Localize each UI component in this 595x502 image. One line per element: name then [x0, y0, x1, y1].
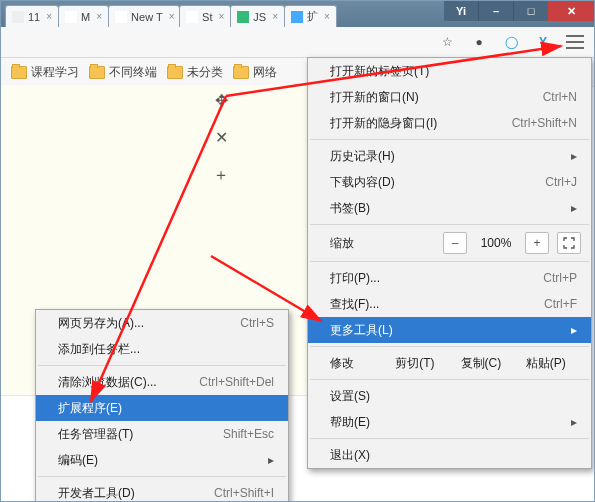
- hamburger-icon: [566, 35, 584, 49]
- submenu-task-manager[interactable]: 任务管理器(T)Shift+Esc: [36, 421, 288, 447]
- zoom-in-button[interactable]: +: [525, 232, 549, 254]
- tab[interactable]: 11×: [5, 5, 59, 27]
- bookmark-folder[interactable]: 网络: [233, 64, 277, 81]
- submenu-save-as[interactable]: 网页另存为(A)...Ctrl+S: [36, 310, 288, 336]
- menu-zoom: 缩放 – 100% +: [308, 228, 591, 258]
- close-icon[interactable]: ✕: [215, 128, 228, 147]
- menu-button[interactable]: [566, 33, 584, 51]
- add-icon[interactable]: ＋: [213, 165, 229, 186]
- canvas-tools: ✥ ✕ ＋: [213, 91, 229, 186]
- tab[interactable]: New T×: [108, 5, 180, 27]
- menu-downloads[interactable]: 下载内容(D)Ctrl+J: [308, 169, 591, 195]
- close-icon[interactable]: ×: [324, 11, 330, 22]
- bookmark-folder[interactable]: 不同终端: [89, 64, 157, 81]
- submenu-clear-data[interactable]: 清除浏览数据(C)...Ctrl+Shift+Del: [36, 369, 288, 395]
- fullscreen-button[interactable]: [557, 232, 581, 254]
- chevron-right-icon: ▸: [571, 201, 577, 215]
- menu-bookmarks[interactable]: 书签(B)▸: [308, 195, 591, 221]
- close-icon[interactable]: ×: [219, 11, 225, 22]
- chevron-right-icon: ▸: [571, 149, 577, 163]
- extension-icon[interactable]: ◯: [502, 33, 520, 51]
- zoom-out-button[interactable]: –: [443, 232, 467, 254]
- tab[interactable]: 扩×: [284, 5, 337, 27]
- folder-icon: [167, 66, 183, 79]
- submenu-dev-tools[interactable]: 开发者工具(D)Ctrl+Shift+I: [36, 480, 288, 502]
- menu-new-tab[interactable]: 打开新的标签页(T): [308, 58, 591, 84]
- menu-help[interactable]: 帮助(E)▸: [308, 409, 591, 435]
- close-icon[interactable]: ×: [96, 11, 102, 22]
- window-controls: Yi – □ ✕: [444, 1, 594, 21]
- evernote-icon[interactable]: ●: [470, 33, 488, 51]
- menu-settings[interactable]: 设置(S): [308, 383, 591, 409]
- cut-button[interactable]: 剪切(T): [395, 355, 460, 372]
- folder-icon: [89, 66, 105, 79]
- menu-incognito[interactable]: 打开新的隐身窗口(I)Ctrl+Shift+N: [308, 110, 591, 136]
- close-icon[interactable]: ×: [169, 11, 175, 22]
- close-icon[interactable]: ×: [272, 11, 278, 22]
- submenu-add-to-taskbar[interactable]: 添加到任务栏...: [36, 336, 288, 362]
- tab[interactable]: M×: [58, 5, 109, 27]
- chevron-right-icon: ▸: [571, 323, 577, 337]
- paste-button[interactable]: 粘贴(P): [526, 355, 591, 372]
- close-icon[interactable]: ×: [46, 11, 52, 22]
- menu-more-tools[interactable]: 更多工具(L)▸: [308, 317, 591, 343]
- folder-icon: [233, 66, 249, 79]
- main-menu: 打开新的标签页(T) 打开新的窗口(N)Ctrl+N 打开新的隐身窗口(I)Ct…: [307, 57, 592, 469]
- menu-edit-row: 修改 剪切(T) 复制(C) 粘贴(P): [308, 350, 591, 376]
- star-icon[interactable]: ☆: [438, 33, 456, 51]
- menu-exit[interactable]: 退出(X): [308, 442, 591, 468]
- folder-icon: [11, 66, 27, 79]
- submenu-extensions[interactable]: 扩展程序(E): [36, 395, 288, 421]
- edit-label: 修改: [330, 355, 395, 372]
- menu-history[interactable]: 历史记录(H)▸: [308, 143, 591, 169]
- copy-button[interactable]: 复制(C): [461, 355, 526, 372]
- zoom-value: 100%: [475, 236, 517, 250]
- close-window-button[interactable]: ✕: [548, 1, 594, 21]
- more-tools-submenu: 网页另存为(A)...Ctrl+S 添加到任务栏... 清除浏览数据(C)...…: [35, 309, 289, 502]
- toolbar: ☆ ● ◯ Y: [1, 27, 594, 58]
- minimize-button[interactable]: –: [478, 1, 513, 21]
- zoom-label: 缩放: [330, 235, 435, 252]
- bookmark-folder[interactable]: 课程学习: [11, 64, 79, 81]
- move-icon[interactable]: ✥: [215, 91, 228, 110]
- menu-new-window[interactable]: 打开新的窗口(N)Ctrl+N: [308, 84, 591, 110]
- bookmark-folder[interactable]: 未分类: [167, 64, 223, 81]
- tab[interactable]: JS×: [230, 5, 285, 27]
- submenu-encoding[interactable]: 编码(E)▸: [36, 447, 288, 473]
- menu-find[interactable]: 查找(F)...Ctrl+F: [308, 291, 591, 317]
- tab[interactable]: St×: [179, 5, 231, 27]
- extension-icon[interactable]: Y: [534, 33, 552, 51]
- menu-print[interactable]: 打印(P)...Ctrl+P: [308, 265, 591, 291]
- ime-indicator[interactable]: Yi: [444, 1, 478, 21]
- chevron-right-icon: ▸: [571, 415, 577, 429]
- chevron-right-icon: ▸: [268, 453, 274, 467]
- maximize-button[interactable]: □: [513, 1, 548, 21]
